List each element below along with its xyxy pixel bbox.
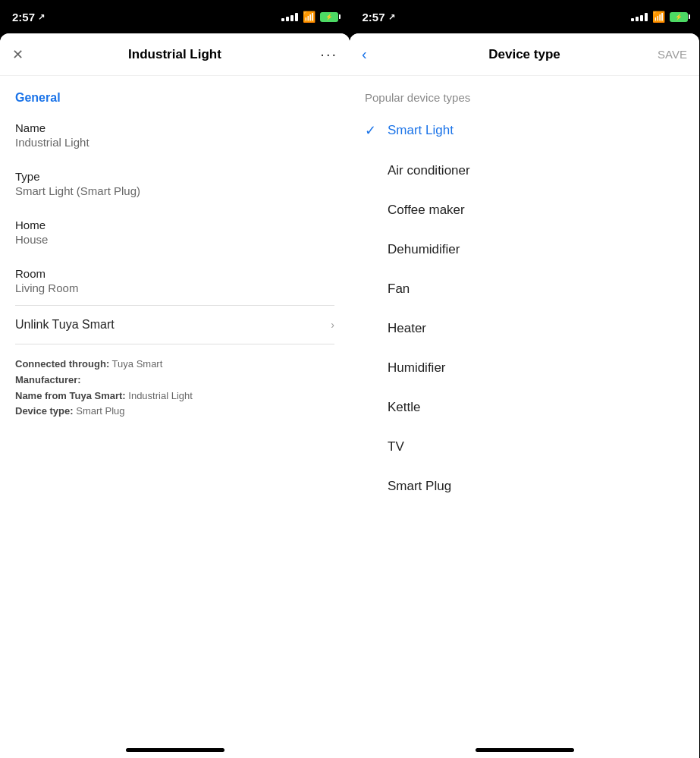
device-type-name-smart-light: Smart Light: [388, 123, 454, 138]
device-type-item-smart-plug[interactable]: Smart Plug: [350, 467, 699, 506]
popular-section-header: Popular device types: [350, 76, 699, 110]
room-field: Room Living Room: [0, 256, 350, 305]
device-type-item-fan[interactable]: Fan: [350, 269, 699, 309]
more-button[interactable]: ···: [304, 46, 337, 63]
device-type-name-heater: Heater: [388, 321, 426, 336]
status-time-right: 2:57 ↗: [363, 11, 395, 24]
back-button[interactable]: ‹: [362, 46, 395, 63]
device-type-item-air-conditioner[interactable]: Air conditioner: [350, 151, 699, 190]
status-icons-left: 📶 ⚡: [281, 11, 338, 23]
room-label: Room: [15, 267, 334, 280]
device-type-item-humidifier[interactable]: Humidifier: [350, 348, 699, 388]
home-value: House: [15, 233, 334, 246]
device-type-name-tv: TV: [388, 439, 404, 454]
device-type-name-coffee-maker: Coffee maker: [388, 203, 465, 218]
general-section-header: General: [0, 76, 350, 111]
battery-icon-left: ⚡: [320, 12, 338, 22]
right-home-indicator: [476, 748, 574, 752]
status-time-left: 2:57 ↗: [12, 11, 45, 24]
device-type-item-heater[interactable]: Heater: [350, 309, 699, 348]
save-button[interactable]: SAVE: [654, 48, 687, 61]
signal-icon-left: [281, 13, 298, 21]
left-home-indicator: [126, 748, 224, 752]
device-type-item-tv[interactable]: TV: [350, 427, 699, 467]
location-icon-left: ↗: [38, 12, 45, 22]
close-button[interactable]: ✕: [12, 48, 46, 61]
manufacturer-info: Manufacturer:: [15, 373, 334, 388]
status-icons-right: 📶 ⚡: [631, 11, 688, 23]
check-icon-smart-light: ✓: [365, 122, 388, 139]
unlink-tuya-row[interactable]: Unlink Tuya Smart ›: [0, 306, 350, 344]
unlink-tuya-label: Unlink Tuya Smart: [15, 318, 115, 332]
save-label[interactable]: SAVE: [658, 48, 687, 61]
device-type-item-smart-light[interactable]: ✓Smart Light: [350, 110, 699, 151]
type-field: Type Smart Light (Smart Plug): [0, 159, 350, 208]
left-home-bar: [0, 732, 350, 758]
back-icon[interactable]: ‹: [362, 46, 367, 63]
right-nav-bar: ‹ Device type SAVE: [350, 33, 699, 76]
right-screen: ‹ Device type SAVE Popular device types …: [350, 33, 699, 758]
wifi-icon-right: 📶: [652, 11, 665, 23]
device-type-list: ✓Smart LightAir conditionerCoffee makerD…: [350, 110, 699, 506]
home-field: Home House: [0, 208, 350, 256]
left-content: General Name Industrial Light Type Smart…: [0, 76, 350, 732]
device-type-name-fan: Fan: [388, 281, 410, 297]
device-type-item-dehumidifier[interactable]: Dehumidifier: [350, 230, 699, 269]
device-type-item-kettle[interactable]: Kettle: [350, 388, 699, 427]
wifi-icon-left: 📶: [303, 11, 315, 23]
device-type-name-smart-plug: Smart Plug: [388, 479, 451, 494]
device-type-name-humidifier: Humidifier: [388, 360, 446, 376]
signal-icon-right: [631, 13, 648, 21]
chevron-icon: ›: [331, 319, 334, 331]
right-home-bar: [350, 732, 699, 758]
left-screen: ✕ Industrial Light ··· General Name Indu…: [0, 33, 350, 758]
name-value: Industrial Light: [15, 136, 334, 149]
status-bar-right: 2:57 ↗ 📶 ⚡: [350, 0, 701, 33]
close-icon[interactable]: ✕: [12, 48, 24, 61]
name-from-tuya-info: Name from Tuya Smart: Industrial Light: [15, 388, 334, 404]
device-type-name-kettle: Kettle: [388, 400, 420, 415]
screens-container: ✕ Industrial Light ··· General Name Indu…: [0, 33, 700, 758]
device-type-name-air-conditioner: Air conditioner: [388, 163, 470, 178]
device-type-info: Device type: Smart Plug: [15, 404, 334, 420]
type-value: Smart Light (Smart Plug): [15, 184, 334, 197]
right-nav-title: Device type: [395, 47, 654, 62]
more-icon[interactable]: ···: [320, 46, 337, 63]
right-content: Popular device types ✓Smart LightAir con…: [350, 76, 699, 732]
name-label: Name: [15, 121, 334, 134]
status-bar: 2:57 ↗ 📶 ⚡ 2:57 ↗ 📶: [0, 0, 700, 33]
device-type-name-dehumidifier: Dehumidifier: [388, 242, 460, 257]
device-type-item-coffee-maker[interactable]: Coffee maker: [350, 190, 699, 230]
status-bar-left: 2:57 ↗ 📶 ⚡: [0, 0, 350, 33]
device-info-block: Connected through: Tuya Smart Manufactur…: [0, 344, 350, 432]
room-value: Living Room: [15, 281, 334, 294]
name-field: Name Industrial Light: [0, 111, 350, 159]
type-label: Type: [15, 170, 334, 183]
left-nav-title: Industrial Light: [46, 47, 304, 62]
left-nav-bar: ✕ Industrial Light ···: [0, 33, 350, 76]
connected-through-info: Connected through: Tuya Smart: [15, 357, 334, 373]
home-label: Home: [15, 219, 334, 231]
location-icon-right: ↗: [388, 12, 395, 22]
battery-icon-right: ⚡: [670, 12, 688, 22]
